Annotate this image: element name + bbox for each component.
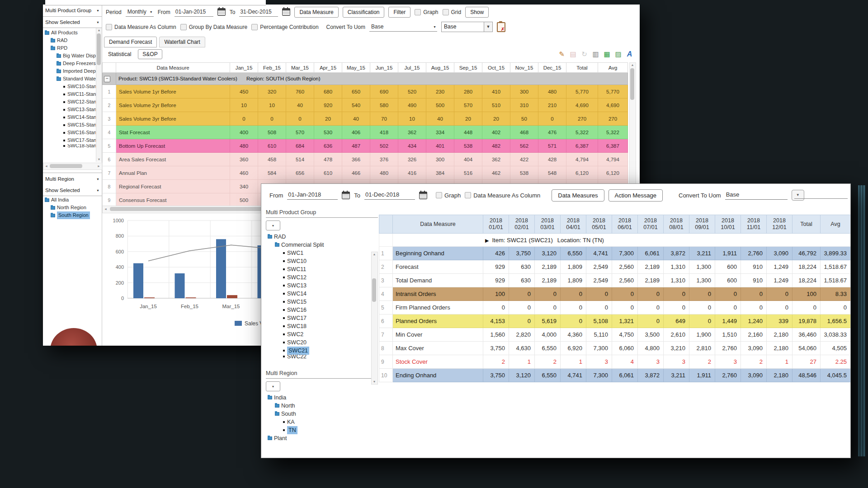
cell-value[interactable]: 4,750 — [612, 328, 638, 342]
row-label[interactable]: Regional Forecast — [116, 180, 230, 193]
cell-value[interactable]: 1 — [561, 355, 586, 369]
cell-value[interactable]: 466 — [342, 166, 370, 180]
graph-checkbox[interactable] — [436, 192, 442, 198]
cell-value[interactable]: 2,189 — [535, 274, 561, 287]
tree-item-swc17[interactable]: SWC17 — [266, 314, 378, 322]
cell-value[interactable]: 40 — [286, 99, 314, 112]
cell-value[interactable]: 920 — [314, 99, 342, 112]
column-header[interactable]: Apr_15 — [314, 63, 342, 73]
cell-value[interactable]: 210 — [538, 99, 566, 112]
cell-value[interactable]: 0 — [509, 301, 535, 314]
cell-value[interactable]: 5,770 — [566, 85, 598, 99]
tree-item-all-india[interactable]: All India — [43, 196, 102, 204]
cell-value[interactable]: 0 — [689, 301, 715, 314]
cell-value[interactable]: 478 — [314, 153, 342, 166]
product-tree-hscrollbar[interactable]: ◄ ► — [43, 163, 102, 170]
cell-value[interactable]: 2,760 — [715, 369, 741, 382]
data-measure-as-column-checkbox[interactable] — [106, 24, 112, 30]
cell-value[interactable]: 929 — [483, 274, 509, 287]
cell-value[interactable]: 450 — [230, 85, 258, 99]
cell-value[interactable]: 5,770 — [598, 85, 628, 99]
row-label[interactable]: Max Cover — [393, 342, 483, 355]
tree-item-swc2[interactable]: SWC2 — [266, 330, 378, 338]
save-icon[interactable]: ▤ — [569, 50, 577, 58]
cell-value[interactable]: 2,560 — [612, 274, 638, 287]
cell-value[interactable]: 20 — [482, 112, 510, 126]
tree-item-north-region[interactable]: North Region — [43, 204, 102, 211]
expand-group-arrow[interactable]: ▶ — [485, 238, 489, 243]
export-excel-icon[interactable]: ▦ — [603, 50, 611, 58]
tab-statistical[interactable]: Statistical — [104, 50, 135, 59]
cell-value[interactable]: 4,741 — [586, 247, 612, 260]
cell-value[interactable]: 600 — [715, 260, 741, 274]
cell-value[interactable]: 7,300 — [586, 369, 612, 382]
cell-value[interactable]: 0 — [638, 287, 664, 301]
cell-value[interactable]: 3,750 — [483, 369, 509, 382]
cell-value[interactable]: 10 — [398, 112, 426, 126]
tree-item-plant[interactable]: Plant — [266, 434, 378, 442]
cell-value[interactable]: 4,153 — [483, 314, 509, 328]
cell-value[interactable]: 5,619 — [535, 314, 561, 328]
column-header[interactable]: 201803/01 — [535, 215, 561, 234]
tree-item-swc15[interactable]: SWC15 — [266, 298, 378, 306]
column-header[interactable]: 201808/01 — [664, 215, 689, 234]
column-header[interactable]: Avg — [598, 63, 628, 73]
cell-value[interactable]: 3,211 — [689, 247, 715, 260]
cell-value[interactable]: 339 — [767, 314, 793, 328]
cell-value[interactable]: 490 — [398, 99, 426, 112]
cell-value[interactable]: 4,505 — [821, 342, 851, 355]
cell-value[interactable]: 428 — [538, 153, 566, 166]
cell-value[interactable]: 0 — [586, 287, 612, 301]
cell-value[interactable]: 649 — [664, 314, 689, 328]
calendar-icon[interactable] — [217, 8, 226, 16]
tree-item-swc21[interactable]: SWC21 — [266, 347, 378, 355]
product-tree-scrollbar[interactable]: ▲ ▼ — [371, 252, 378, 385]
cell-value[interactable]: 476 — [538, 126, 566, 139]
cell-value[interactable]: 310 — [510, 99, 538, 112]
cell-value[interactable]: 448 — [454, 126, 482, 139]
cell-value[interactable]: 6,061 — [612, 369, 638, 382]
column-header[interactable]: Data Measure — [393, 215, 483, 234]
tree-item-swc16[interactable]: SWC16 — [266, 306, 378, 314]
cell-value[interactable]: 320 — [258, 85, 286, 99]
cell-value[interactable]: 0 — [538, 112, 566, 126]
cell-value[interactable]: 50 — [510, 112, 538, 126]
scroll-down-icon[interactable]: ▼ — [96, 157, 102, 162]
row-label[interactable]: Sales Volume 1yr Before — [116, 85, 230, 99]
row-label[interactable]: Beginning Onhand — [393, 247, 483, 260]
multi-product-group-dropdown[interactable]: Multi Product Group ▼ — [43, 5, 102, 17]
cell-value[interactable]: 500 — [426, 99, 454, 112]
tree-item-ka[interactable]: KA — [266, 418, 378, 426]
cell-value[interactable]: 5,322 — [598, 126, 628, 139]
scroll-up-icon[interactable]: ▲ — [630, 63, 635, 67]
cell-value[interactable]: 458 — [258, 153, 286, 166]
cell-value[interactable]: 0 — [715, 301, 741, 314]
clipboard-export-icon[interactable] — [497, 22, 505, 32]
cell-value[interactable]: 4,045.5 — [821, 369, 851, 382]
scroll-up-icon[interactable]: ▲ — [372, 252, 377, 257]
row-label[interactable]: Min Cover — [393, 328, 483, 342]
graph-checkbox[interactable] — [415, 9, 421, 15]
product-group-mini-dropdown[interactable]: ▼ — [266, 221, 280, 230]
calendar-icon[interactable] — [342, 192, 350, 199]
cell-value[interactable]: 2 — [741, 355, 767, 369]
cell-value[interactable]: 0 — [286, 112, 314, 126]
tree-item-commercial-split[interactable]: Commercial Split — [266, 241, 378, 249]
product-tree-scrollbar[interactable]: ▲ ▼ — [96, 28, 102, 162]
cell-value[interactable]: 2,820 — [509, 328, 535, 342]
cell-value[interactable]: 4,000 — [535, 328, 561, 342]
cell-value[interactable]: 656 — [286, 166, 314, 180]
cell-value[interactable]: 360 — [230, 153, 258, 166]
cell-value[interactable]: 502 — [370, 139, 398, 153]
cell-value[interactable]: 3,120 — [509, 369, 535, 382]
scrollbar-thumb[interactable] — [50, 164, 82, 168]
cell-value[interactable]: 3 — [638, 355, 664, 369]
cell-value[interactable]: 3,899.33 — [821, 247, 851, 260]
cell-value[interactable]: 6,550 — [561, 247, 586, 260]
cell-value[interactable]: 300 — [510, 85, 538, 99]
cell-value[interactable]: 2.25 — [821, 355, 851, 369]
row-label[interactable]: Area Sales Forecast — [116, 153, 230, 166]
cell-value[interactable]: 2 — [689, 355, 715, 369]
cell-value[interactable]: 27 — [793, 355, 821, 369]
cell-value[interactable]: 0 — [612, 301, 638, 314]
